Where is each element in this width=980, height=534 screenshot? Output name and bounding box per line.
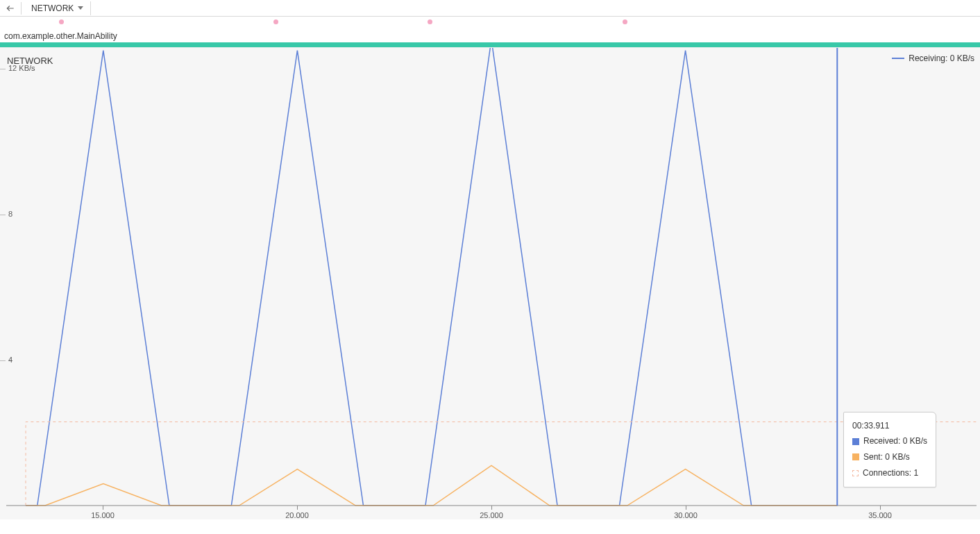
profiler-dropdown[interactable]: NETWORK	[24, 1, 91, 15]
event-dot	[623, 19, 627, 24]
toolbar-divider	[21, 2, 22, 15]
series-receiving	[26, 48, 837, 506]
dashed-square-icon	[852, 470, 859, 476]
x-tick-label: 20.000	[285, 511, 309, 519]
y-tick-label: 4	[8, 356, 12, 364]
x-tick	[686, 506, 686, 510]
network-chart[interactable]: NETWORK Receiving: 0 KB/s 00:33.911 Rece…	[0, 47, 980, 519]
x-tick	[491, 506, 492, 510]
y-tick-label: 12 KB/s	[8, 64, 35, 72]
ability-label: com.example.other.MainAbility	[4, 31, 117, 41]
x-tick-label: 15.000	[91, 511, 115, 519]
tooltip-connections: Connections: 1	[863, 465, 918, 481]
x-tick	[103, 506, 103, 510]
y-tick	[0, 215, 6, 215]
event-dot	[273, 19, 278, 24]
tooltip-received: Received: 0 KB/s	[863, 433, 927, 449]
x-tick	[297, 506, 298, 510]
ability-row: com.example.other.MainAbility	[0, 27, 980, 47]
chart-svg	[0, 48, 980, 519]
event-dot	[59, 19, 64, 24]
tooltip-time: 00:33.911	[852, 418, 889, 434]
chevron-down-icon	[78, 6, 83, 10]
event-dot	[428, 19, 432, 24]
x-tick-label: 25.000	[480, 511, 503, 519]
chart-tooltip: 00:33.911 Received: 0 KB/s Sent: 0 KB/s …	[843, 412, 936, 487]
y-tick	[0, 69, 6, 69]
ability-lifecycle-bar	[0, 42, 980, 47]
y-tick-label: 8	[8, 210, 12, 218]
x-tick-label: 35.000	[868, 511, 892, 519]
square-icon	[852, 453, 859, 460]
back-button[interactable]	[3, 1, 18, 15]
y-tick	[0, 360, 6, 361]
x-axis: 15.00020.00025.00030.00035.000	[0, 506, 980, 519]
event-row	[0, 17, 980, 27]
dropdown-label: NETWORK	[31, 3, 74, 13]
x-tick	[880, 506, 881, 510]
series-sent	[26, 465, 837, 506]
toolbar: NETWORK	[0, 0, 980, 17]
square-icon	[852, 438, 859, 445]
x-tick-label: 30.000	[674, 511, 698, 519]
back-arrow-icon	[6, 3, 15, 13]
tooltip-sent: Sent: 0 KB/s	[863, 449, 910, 465]
series-connections	[26, 422, 977, 506]
